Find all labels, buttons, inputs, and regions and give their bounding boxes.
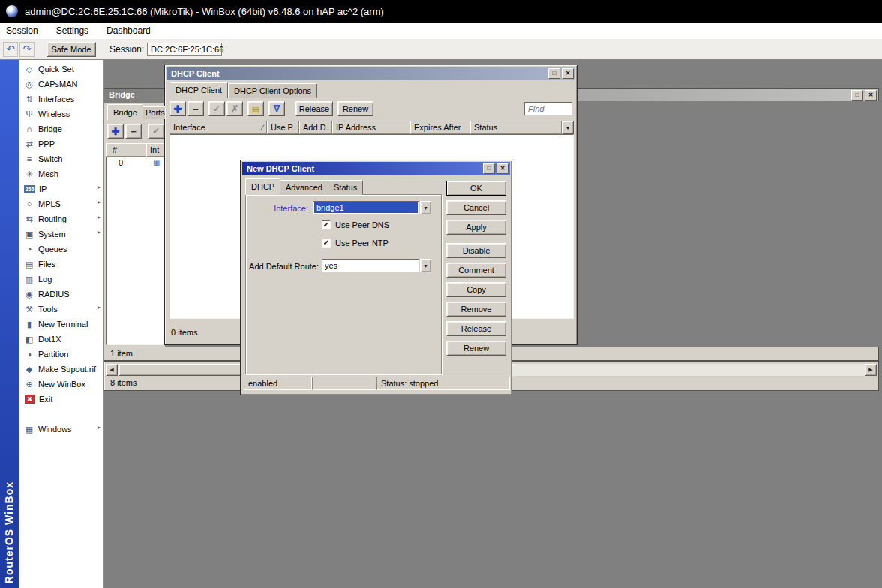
- add-default-route-dropdown-button[interactable]: ▼: [420, 259, 431, 272]
- cancel-button[interactable]: Cancel: [446, 200, 506, 215]
- mesh-icon: ✳: [23, 169, 35, 179]
- column-header-ip-address[interactable]: IP Address: [332, 121, 410, 134]
- disable-button[interactable]: ✗: [226, 101, 243, 116]
- tab-ports[interactable]: Ports: [140, 106, 165, 119]
- column-header-interface[interactable]: Int: [146, 143, 165, 157]
- add-default-route-combo[interactable]: yes: [322, 259, 419, 272]
- close-button[interactable]: ✕: [865, 90, 877, 100]
- tab-advanced[interactable]: Advanced: [280, 180, 328, 195]
- apply-button[interactable]: Apply: [446, 220, 506, 235]
- menu-item-settings[interactable]: Settings: [47, 22, 98, 39]
- tab-status[interactable]: Status: [328, 180, 363, 195]
- sidebar-item-label: Mesh: [38, 170, 58, 178]
- renew-button[interactable]: Renew: [338, 101, 374, 116]
- add-button[interactable]: ✚: [170, 101, 186, 116]
- close-button[interactable]: ✕: [562, 68, 574, 79]
- dialog-titlebar[interactable]: New DHCP Client □ ✕: [242, 162, 510, 176]
- safe-mode-button[interactable]: Safe Mode: [46, 42, 96, 57]
- sidebar-item-capsman[interactable]: ◎CAPsMAN: [20, 76, 103, 92]
- sidebar-item-exit[interactable]: ✖Exit: [20, 392, 103, 406]
- find-input[interactable]: [524, 102, 572, 116]
- release-button[interactable]: Release: [446, 321, 506, 336]
- tools-icon: ⚒: [23, 304, 35, 314]
- sort-icon: ∕: [262, 123, 263, 132]
- sidebar-item-radius[interactable]: ◉RADIUS: [20, 286, 103, 302]
- switch-icon: ≡: [23, 154, 35, 164]
- column-header-interface[interactable]: Interface∕: [170, 121, 267, 134]
- files-icon: ▤: [23, 259, 35, 269]
- interface-combo[interactable]: bridge1: [313, 201, 419, 214]
- sidebar-item-label: MPLS: [38, 200, 61, 208]
- bridge-row[interactable]: 0 ▦: [106, 158, 165, 170]
- column-select-button[interactable]: ▼: [562, 121, 574, 134]
- redo-button[interactable]: ↷: [20, 42, 34, 57]
- dhcp-window-titlebar[interactable]: DHCP Client □ ✕: [166, 67, 575, 80]
- filter-button[interactable]: ∇: [268, 101, 285, 116]
- sidebar-item-interfaces[interactable]: ⇅Interfaces: [20, 92, 103, 106]
- remove-button[interactable]: −: [125, 124, 142, 139]
- enable-button[interactable]: ✓: [208, 101, 225, 116]
- maximize-button[interactable]: □: [851, 90, 863, 100]
- sidebar-item-system[interactable]: ▣System▸: [20, 226, 103, 242]
- use-peer-ntp-label[interactable]: Use Peer NTP: [335, 238, 388, 248]
- interface-icon: ▦: [153, 158, 160, 166]
- sidebar-item-ip[interactable]: 255IP▸: [20, 182, 103, 196]
- column-header-label: Interface: [173, 123, 206, 132]
- sidebar-item-partition[interactable]: ◑Partition: [20, 346, 103, 362]
- tab-dhcp-client-options[interactable]: DHCP Client Options: [228, 83, 317, 98]
- sidebar-item-new-terminal[interactable]: ▮New Terminal: [20, 316, 103, 332]
- session-field[interactable]: DC:2C:6E:25:1C:66: [147, 43, 222, 56]
- disable-button[interactable]: Disable: [446, 243, 506, 258]
- undo-button[interactable]: ↶: [3, 42, 18, 57]
- scroll-right-button[interactable]: ▶: [865, 364, 877, 376]
- sidebar-item-files[interactable]: ▤Files: [20, 256, 103, 272]
- column-header-expires-after[interactable]: Expires After: [410, 121, 470, 134]
- sidebar-item-windows[interactable]: ▦Windows▸: [20, 422, 103, 436]
- maximize-button[interactable]: □: [483, 164, 495, 174]
- ok-button[interactable]: OK: [446, 181, 506, 196]
- sidebar-item-queues[interactable]: ◔Queues: [20, 242, 103, 256]
- sidebar-item-mesh[interactable]: ✳Mesh: [20, 166, 103, 182]
- sidebar-item-dot1x[interactable]: ◧Dot1X: [20, 332, 103, 346]
- sidebar-item-make-supout[interactable]: ◆Make Supout.rif: [20, 362, 103, 376]
- sidebar-item-ppp[interactable]: ⇄PPP: [20, 136, 103, 152]
- comment-button[interactable]: Comment: [446, 262, 506, 278]
- use-peer-dns-checkbox[interactable]: ✓: [322, 220, 331, 230]
- interface-combo-value: bridge1: [314, 202, 418, 213]
- sidebar-item-log[interactable]: ▥Log: [20, 272, 103, 286]
- column-header-number[interactable]: #: [106, 143, 146, 157]
- comment-button[interactable]: ▤: [248, 101, 264, 116]
- menu-item-session[interactable]: Session: [0, 22, 47, 39]
- sidebar-item-routing[interactable]: ⇆Routing▸: [20, 212, 103, 226]
- tab-dhcp-client[interactable]: DHCP Client: [170, 82, 228, 98]
- sidebar-item-wireless[interactable]: ΨWireless: [20, 106, 103, 122]
- tab-dhcp[interactable]: DHCP: [245, 178, 280, 195]
- sidebar-item-label: PPP: [38, 140, 55, 148]
- close-button[interactable]: ✕: [496, 164, 508, 174]
- scroll-left-button[interactable]: ◀: [106, 364, 118, 376]
- remove-button[interactable]: Remove: [446, 302, 506, 316]
- sidebar-item-tools[interactable]: ⚒Tools▸: [20, 302, 103, 316]
- column-header-status[interactable]: Status: [470, 121, 562, 134]
- mpls-icon: ○: [23, 199, 35, 209]
- remove-button[interactable]: −: [188, 101, 204, 116]
- sidebar-item-label: Bridge: [38, 124, 62, 134]
- column-header-use-peer-dns[interactable]: Use P...: [267, 121, 299, 134]
- column-header-add-default-route[interactable]: Add D...: [299, 121, 332, 134]
- tab-bridge[interactable]: Bridge: [107, 104, 143, 121]
- copy-button[interactable]: Copy: [446, 282, 506, 297]
- interface-dropdown-button[interactable]: ▼: [420, 201, 431, 214]
- sidebar-item-bridge[interactable]: ∩Bridge: [20, 122, 103, 136]
- enable-button[interactable]: ✓: [148, 124, 164, 139]
- maximize-button[interactable]: □: [548, 68, 560, 79]
- menu-item-dashboard[interactable]: Dashboard: [98, 22, 160, 39]
- sidebar-item-mpls[interactable]: ○MPLS▸: [20, 196, 103, 212]
- use-peer-ntp-checkbox[interactable]: ✓: [322, 238, 331, 248]
- renew-button[interactable]: Renew: [446, 340, 506, 356]
- release-button[interactable]: Release: [296, 101, 333, 116]
- sidebar-item-switch[interactable]: ≡Switch: [20, 152, 103, 166]
- use-peer-dns-label[interactable]: Use Peer DNS: [335, 220, 389, 230]
- sidebar-item-new-winbox[interactable]: ⊕New WinBox: [20, 376, 103, 392]
- sidebar-item-quick-set[interactable]: ◇Quick Set: [20, 62, 103, 76]
- add-button[interactable]: ✚: [107, 124, 124, 139]
